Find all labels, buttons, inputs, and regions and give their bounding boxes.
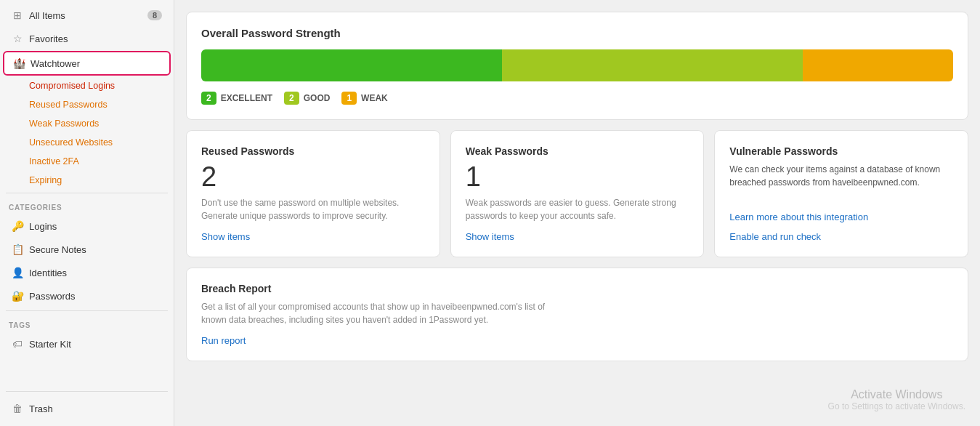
tag-icon: 🏷: [12, 338, 23, 350]
legend-good: 2 GOOD: [284, 92, 330, 105]
weak-badge: 1: [341, 92, 357, 105]
sidebar-item-identities[interactable]: 👤 Identities: [3, 262, 171, 284]
strength-card: Overall Password Strength 2 EXCELLENT 2 …: [186, 12, 968, 120]
trash-icon: 🗑: [12, 403, 23, 414]
sidebar-item-trash[interactable]: 🗑 Trash: [3, 398, 171, 419]
good-label: GOOD: [304, 93, 331, 103]
sidebar-item-compromised-logins[interactable]: Compromised Logins: [3, 77, 171, 95]
strength-legend: 2 EXCELLENT 2 GOOD 1 WEAK: [201, 92, 953, 105]
sidebar-item-passwords[interactable]: 🔐 Passwords: [3, 285, 171, 307]
reused-passwords-title: Reused Passwords: [201, 145, 425, 157]
all-items-icon: ⊞: [12, 9, 23, 21]
inactive-2fa-label: Inactive 2FA: [29, 156, 79, 166]
unsecured-websites-label: Unsecured Websites: [29, 137, 113, 148]
weak-label: WEAK: [361, 93, 388, 103]
starter-kit-label: Starter Kit: [29, 339, 162, 350]
legend-excellent: 2 EXCELLENT: [201, 92, 272, 105]
sidebar-item-expiring[interactable]: Expiring: [3, 172, 171, 189]
passwords-label: Passwords: [29, 291, 162, 302]
expiring-label: Expiring: [29, 175, 62, 185]
sidebar-item-inactive-2fa[interactable]: Inactive 2FA: [3, 153, 171, 170]
reused-passwords-show-items[interactable]: Show items: [201, 231, 425, 242]
watchtower-label: Watchtower: [31, 58, 161, 69]
reused-passwords-label: Reused Passwords: [29, 100, 108, 110]
breach-report-desc: Get a list of all your compromised accou…: [201, 300, 564, 326]
sidebar-item-weak-passwords[interactable]: Weak Passwords: [3, 115, 171, 132]
breach-report-card: Breach Report Get a list of all your com…: [186, 268, 968, 361]
bar-weak: [803, 49, 953, 81]
legend-weak: 1 WEAK: [341, 92, 387, 105]
weak-passwords-desc: Weak passwords are easier to guess. Gene…: [466, 196, 689, 222]
vulnerable-passwords-title: Vulnerable Passwords: [729, 145, 953, 157]
identities-icon: 👤: [12, 267, 23, 278]
compromised-logins-label: Compromised Logins: [29, 81, 115, 91]
sidebar-item-favorites[interactable]: ☆ Favorites: [3, 28, 171, 49]
weak-passwords-count: 1: [466, 163, 689, 190]
sidebar-divider-2: [6, 310, 168, 311]
reused-passwords-desc: Don't use the same password on multiple …: [201, 196, 425, 222]
tags-section-label: TAGS: [0, 314, 174, 332]
all-items-badge: 8: [147, 10, 162, 20]
main-content: Overall Password Strength 2 EXCELLENT 2 …: [174, 0, 980, 426]
run-report-link[interactable]: Run report: [201, 335, 246, 346]
sidebar-divider-3: [6, 391, 168, 392]
weak-passwords-title: Weak Passwords: [466, 145, 689, 157]
bar-good: [502, 49, 803, 81]
categories-section-label: CATEGORIES: [0, 196, 174, 214]
all-items-label: All Items: [29, 10, 142, 21]
watchtower-icon: 🏰: [13, 57, 25, 69]
strength-bar: [201, 49, 953, 81]
identities-label: Identities: [29, 268, 162, 278]
good-badge: 2: [284, 92, 299, 105]
sidebar-item-secure-notes[interactable]: 📋 Secure Notes: [3, 238, 171, 260]
learn-more-link[interactable]: Learn more about this integration: [729, 212, 953, 222]
weak-passwords-card: Weak Passwords 1 Weak passwords are easi…: [450, 130, 705, 257]
vulnerable-passwords-desc1: We can check your items against a databa…: [729, 163, 953, 204]
sidebar-item-unsecured-websites[interactable]: Unsecured Websites: [3, 134, 171, 151]
bar-excellent: [201, 49, 502, 81]
excellent-label: EXCELLENT: [221, 93, 272, 103]
sidebar-item-watchtower[interactable]: 🏰 Watchtower: [3, 51, 171, 76]
strength-title: Overall Password Strength: [201, 27, 953, 39]
enable-run-check-link[interactable]: Enable and run check: [729, 231, 953, 242]
logins-label: Logins: [29, 221, 162, 232]
secure-notes-icon: 📋: [12, 244, 23, 255]
trash-label: Trash: [29, 403, 162, 414]
sidebar-item-all-items[interactable]: ⊞ All Items 8: [3, 4, 171, 26]
weak-passwords-show-items[interactable]: Show items: [466, 231, 689, 242]
favorites-label: Favorites: [29, 33, 162, 44]
cards-row: Reused Passwords 2 Don't use the same pa…: [186, 130, 968, 257]
sidebar-item-reused-passwords[interactable]: Reused Passwords: [3, 96, 171, 113]
sidebar-item-starter-kit[interactable]: 🏷 Starter Kit: [3, 333, 171, 355]
reused-passwords-count: 2: [201, 163, 425, 190]
passwords-icon: 🔐: [12, 290, 23, 302]
weak-passwords-label: Weak Passwords: [29, 118, 99, 129]
vulnerable-passwords-card: Vulnerable Passwords We can check your i…: [714, 130, 968, 257]
reused-passwords-card: Reused Passwords 2 Don't use the same pa…: [186, 130, 440, 257]
excellent-badge: 2: [201, 92, 216, 105]
logins-icon: 🔑: [12, 220, 23, 232]
breach-report-title: Breach Report: [201, 283, 953, 294]
secure-notes-label: Secure Notes: [29, 244, 162, 255]
favorites-icon: ☆: [12, 33, 23, 44]
sidebar-divider-1: [6, 193, 168, 193]
sidebar: ⊞ All Items 8 ☆ Favorites 🏰 Watchtower C…: [0, 0, 174, 426]
sidebar-item-logins[interactable]: 🔑 Logins: [3, 215, 171, 237]
